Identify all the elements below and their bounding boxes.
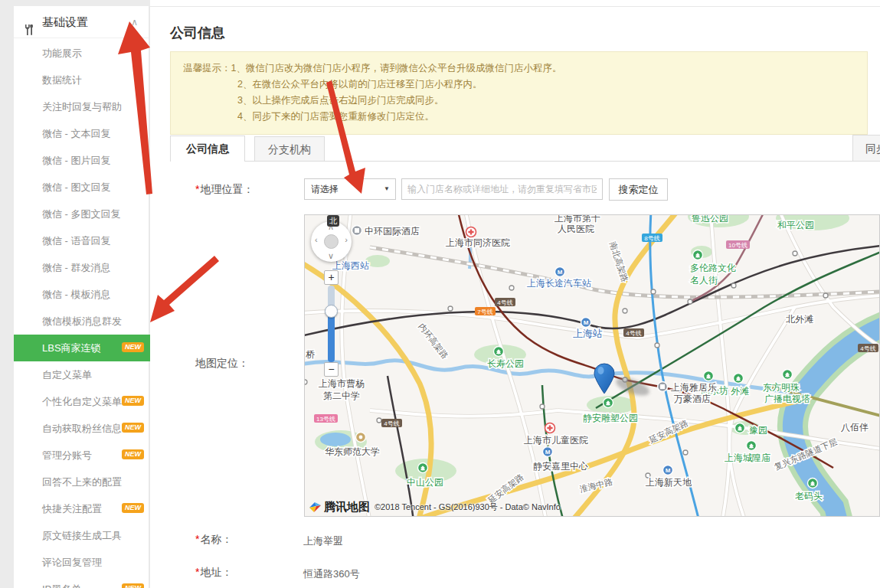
pan-knob[interactable]	[324, 234, 339, 249]
sidebar-item-lbs-chain[interactable]: LBS商家连锁 NEW	[14, 335, 150, 361]
map-copyright: ©2018 Tencent - GS(2016)930号 - Data© Nav…	[375, 501, 561, 513]
bus-station-icon	[555, 267, 565, 277]
svg-text:中山公园: 中山公园	[407, 477, 443, 488]
zoom-out-button[interactable]: −	[324, 362, 339, 377]
sidebar-item-label: 自动获取粉丝信息	[42, 423, 122, 434]
sidebar-item-link-generator[interactable]: 原文链接生成工具	[14, 522, 150, 549]
arrow-to-lbs-item	[150, 256, 219, 322]
park-icon	[783, 370, 793, 380]
sidebar-item-label: 快捷关注配置	[42, 503, 102, 514]
zoom-slider-fill	[328, 312, 335, 362]
svg-text:上海城隍庙: 上海城隍庙	[725, 452, 770, 463]
svg-text:桥: 桥	[306, 349, 315, 360]
address-label: *地址：	[195, 566, 232, 580]
tab-branches[interactable]: 分支机构	[254, 136, 325, 162]
svg-text:鲁迅公园: 鲁迅公园	[692, 215, 728, 224]
sidebar-header[interactable]: 基础设置 ∧	[14, 6, 149, 38]
notice-line-4: 4、同步下来的门店需要您重新修改门店定位。	[183, 109, 855, 125]
new-badge: NEW	[122, 396, 144, 406]
notice-intro: 温馨提示：	[183, 63, 231, 74]
required-asterisk: *	[195, 533, 199, 545]
zoom-in-button[interactable]: +	[324, 270, 339, 285]
svg-text:上海雅居乐: 上海雅居乐	[671, 382, 717, 393]
main-top-divider	[150, 6, 880, 7]
notice-line-1: 1、微信门店改为微信门店小程序，请到微信公众平台升级成微信门店小程序。	[231, 63, 562, 74]
sidebar-menu: 功能展示 数据统计 关注时回复与帮助 微信 - 文本回复 微信 - 图片回复 微…	[14, 40, 150, 588]
sidebar-item-label: 个性化自定义菜单	[42, 396, 122, 407]
svg-text:4号线: 4号线	[384, 420, 399, 427]
new-badge: NEW	[122, 342, 144, 352]
left-rail	[0, 0, 14, 588]
svg-text:上海市第十: 上海市第十	[554, 215, 600, 224]
svg-text:八佰伴: 八佰伴	[841, 422, 869, 433]
sidebar-item-image-reply[interactable]: 微信 - 图片回复	[14, 147, 150, 174]
new-badge: NEW	[122, 449, 144, 459]
svg-text:8号线: 8号线	[644, 235, 659, 242]
notice-box: 温馨提示：1、微信门店改为微信门店小程序，请到微信公众平台升级成微信门店小程序。…	[170, 51, 868, 135]
sidebar-item-comment-management[interactable]: 评论回复管理	[14, 549, 150, 576]
svg-text:老码头: 老码头	[795, 491, 823, 501]
svg-text:长寿公园: 长寿公园	[487, 358, 524, 369]
location-select[interactable]: 请选择 ▼	[304, 178, 396, 200]
svg-text:上海西站: 上海西站	[332, 260, 369, 271]
sidebar-item-text-reply[interactable]: 微信 - 文本回复	[14, 120, 150, 147]
svg-text:多伦路文化: 多伦路文化	[690, 263, 736, 273]
svg-text:4号线: 4号线	[860, 345, 875, 352]
pan-left-icon[interactable]: ‹	[315, 235, 318, 244]
store-address-input[interactable]	[401, 178, 603, 200]
svg-text:7号线: 7号线	[477, 309, 492, 315]
chevron-up-icon[interactable]: ∧	[131, 6, 138, 38]
svg-text:北外滩: 北外滩	[786, 314, 813, 325]
pan-down-icon[interactable]: ∨	[328, 251, 334, 261]
sidebar-item-template-message[interactable]: 微信 - 模板消息	[14, 281, 150, 308]
svg-text:上海市儿童医院: 上海市儿童医院	[524, 435, 588, 446]
sidebar-item-multi-article-reply[interactable]: 微信 - 多图文回复	[14, 201, 150, 227]
sidebar-item-auto-fan-info[interactable]: 自动获取粉丝信息 NEW	[14, 415, 150, 442]
tab-company-info[interactable]: 公司信息	[170, 136, 245, 162]
pan-right-icon[interactable]: ›	[345, 235, 348, 244]
park-icon	[418, 463, 428, 473]
map-pan-control[interactable]: ∧ ∨ ‹ ›	[311, 221, 352, 262]
svg-text:4号线: 4号线	[626, 330, 641, 337]
hospital-icon	[545, 423, 555, 433]
sidebar-item-ip-blacklist[interactable]: IP黑名单 NEW	[14, 576, 150, 588]
svg-text:上海新天地: 上海新天地	[646, 477, 692, 488]
sidebar-item-data-stats[interactable]: 数据统计	[14, 67, 150, 93]
sidebar-item-personalized-menu[interactable]: 个性化自定义菜单 NEW	[14, 388, 150, 415]
required-asterisk: *	[195, 183, 199, 195]
svg-text:第二中学: 第二中学	[323, 390, 360, 401]
hotel-icon	[352, 226, 362, 236]
zoom-slider-handle[interactable]	[325, 305, 338, 318]
metro-station-icon	[543, 447, 553, 457]
location-pin-icon[interactable]	[592, 363, 617, 395]
park-icon	[734, 374, 744, 384]
sidebar-item-voice-reply[interactable]: 微信 - 语音回复	[14, 227, 150, 254]
svg-text:上海长途汽车站: 上海长途汽车站	[527, 278, 591, 289]
new-badge: NEW	[122, 423, 144, 433]
map-canvas[interactable]: M	[304, 214, 880, 517]
sidebar-item-custom-menu[interactable]: 自定义菜单	[14, 361, 150, 388]
sidebar-item-label: IP黑名单	[42, 583, 81, 588]
sync-stores-button[interactable]: 同步门店	[852, 135, 880, 162]
park-icon	[704, 371, 714, 381]
sidebar-item-article-reply[interactable]: 微信 - 图文回复	[14, 174, 150, 201]
zoom-slider-track[interactable]	[328, 286, 335, 362]
select-caret-icon: ▼	[384, 179, 390, 199]
select-value: 请选择	[311, 184, 339, 194]
tencent-map-logo-icon	[309, 501, 322, 514]
sidebar-item-fallback-config[interactable]: 回答不上来的配置	[14, 469, 150, 495]
sidebar-header-label: 基础设置	[42, 6, 88, 38]
sidebar-item-follow-reply[interactable]: 关注时回复与帮助	[14, 93, 150, 120]
hospital-icon	[466, 227, 476, 237]
map-locate-label: 地图定位：	[195, 357, 249, 371]
name-value: 上海举盟	[303, 534, 343, 548]
svg-text:10号线: 10号线	[728, 242, 748, 249]
sidebar-item-mass-message[interactable]: 微信 - 群发消息	[14, 254, 150, 281]
sidebar-item-template-mass-send[interactable]: 微信模板消息群发	[14, 308, 150, 335]
sidebar-item-quick-follow[interactable]: 快捷关注配置 NEW	[14, 495, 150, 522]
sidebar-item-sub-accounts[interactable]: 管理分账号 NEW	[14, 442, 150, 469]
sidebar-item-function-display[interactable]: 功能展示	[14, 40, 150, 67]
location-label: *地理位置：	[195, 183, 254, 197]
search-locate-button[interactable]: 搜索定位	[609, 178, 668, 201]
lbs-store-settings-page: { "sidebar": { "header": "基础设置", "collap…	[0, 0, 880, 588]
